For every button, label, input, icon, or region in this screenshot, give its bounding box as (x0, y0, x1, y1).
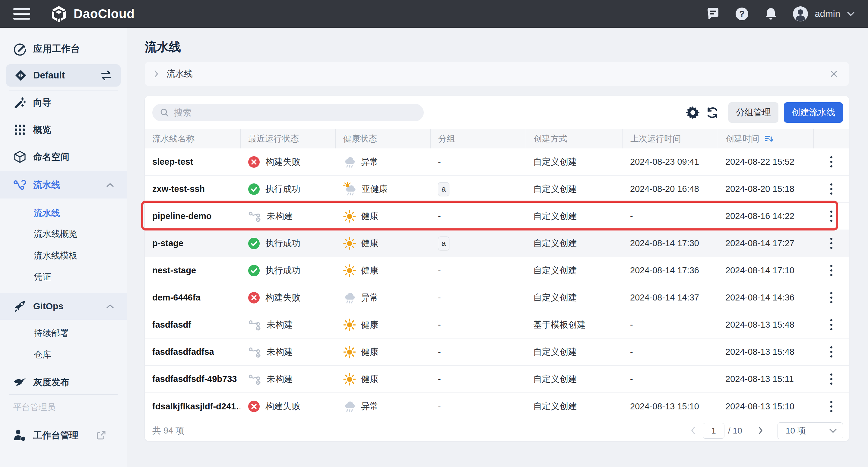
sidebar-workspace-header: 应用工作台 (0, 37, 127, 60)
pipeline-name[interactable]: fdsalkjflkasjldf-d241… (145, 393, 240, 420)
pipeline-icon (13, 179, 27, 191)
sidebar-item-continuous-deploy[interactable]: 持续部署 (0, 324, 127, 342)
pipeline-name[interactable]: sleep-test (145, 149, 240, 175)
run-status-label: 构建失败 (266, 400, 300, 412)
run-status-icon (248, 183, 260, 195)
sidebar-item-pipeline-templates[interactable]: 流水线模板 (0, 247, 127, 265)
row-actions-kebab-icon[interactable] (825, 208, 838, 225)
run-status-cell: 构建失败 (240, 284, 335, 311)
pipeline-name[interactable]: dem-6446fa (145, 284, 240, 311)
refresh-icon[interactable] (705, 105, 720, 120)
col-header-name[interactable]: 流水线名称 (145, 129, 240, 149)
sidebar-item-overview[interactable]: 概览 (0, 119, 127, 140)
row-actions-cell (813, 257, 849, 284)
group-cell: - (430, 149, 526, 175)
table-settings-gear-icon[interactable] (685, 105, 700, 120)
chevron-up-icon[interactable] (106, 183, 114, 187)
sidebar-item-workbench-management[interactable]: 工作台管理 (0, 425, 127, 446)
table-row[interactable]: fdsalkjflkasjldf-d241… 构建失败 异常 - 自定义创建 2… (145, 393, 849, 420)
page-size-select[interactable]: 10 项 (777, 422, 843, 439)
sidebar-item-namespace[interactable]: 命名空间 (0, 146, 127, 167)
sort-descending-icon[interactable] (764, 134, 773, 143)
notifications-bell-icon[interactable] (764, 7, 778, 21)
col-header-group[interactable]: 分组 (430, 129, 526, 149)
grid-dots-icon (13, 123, 27, 136)
close-icon[interactable] (828, 68, 840, 80)
sidebar-item-default-workspace[interactable]: Default (6, 64, 121, 87)
row-actions-kebab-icon[interactable] (825, 262, 838, 279)
pipeline-name[interactable]: zxw-test-ssh (145, 176, 240, 203)
row-actions-kebab-icon[interactable] (825, 316, 838, 333)
table-row[interactable]: dem-6446fa 构建失败 异常 - 自定义创建 2024-08-14 14… (145, 284, 849, 311)
create-method-cell: 自定义创建 (526, 230, 622, 257)
health-status-icon (343, 373, 356, 386)
table-row[interactable]: zxw-test-ssh 执行成功 亚健康 a 自定义创建 2024-08-20… (145, 176, 849, 203)
pipeline-name[interactable]: pipeline-demo (145, 203, 240, 229)
create-method-cell: 自定义创建 (526, 284, 622, 311)
sidebar-item-pipeline-overview[interactable]: 流水线概览 (0, 225, 127, 243)
sidebar-item-label: 向导 (33, 97, 51, 109)
row-actions-kebab-icon[interactable] (825, 370, 838, 388)
pipeline-name[interactable]: p-stage (145, 230, 240, 257)
workspace-header-label: 应用工作台 (33, 42, 80, 55)
page-title: 流水线 (145, 39, 181, 55)
sidebar-item-gray-release[interactable]: 灰度发布 (0, 372, 127, 393)
row-actions-kebab-icon[interactable] (825, 289, 838, 306)
col-header-health[interactable]: 健康状态 (335, 129, 430, 149)
row-actions-kebab-icon[interactable] (825, 180, 838, 197)
create-pipeline-button[interactable]: 创建流水线 (784, 102, 843, 123)
table-row[interactable]: nest-stage 执行成功 健康 - 自定义创建 2024-08-14 17… (145, 257, 849, 284)
cube-icon (13, 150, 27, 163)
created-time-cell: 2024-08-13 15:48 (718, 339, 813, 365)
sidebar-item-credentials[interactable]: 凭证 (0, 268, 127, 286)
brand-name: DaoCloud (73, 7, 134, 21)
sidebar-item-wizard[interactable]: 向导 (0, 92, 127, 113)
pipeline-name[interactable]: fasdfasdfsdf-49b733 (145, 366, 240, 393)
sidebar-group-gitops[interactable]: GitOps (0, 292, 127, 320)
col-header-create-method[interactable]: 创建方式 (526, 129, 622, 149)
sidebar-group-label: 流水线 (33, 179, 60, 191)
row-actions-kebab-icon[interactable] (825, 398, 838, 415)
group-manage-button[interactable]: 分组管理 (728, 102, 778, 123)
prev-page-icon[interactable] (689, 425, 697, 436)
pipeline-name[interactable]: nest-stage (145, 257, 240, 284)
health-status-icon (343, 318, 356, 332)
col-header-created[interactable]: 创建时间 (718, 129, 813, 149)
feedback-icon[interactable] (706, 7, 720, 21)
col-header-last-run[interactable]: 上次运行时间 (622, 129, 718, 149)
table-row[interactable]: sleep-test 构建失败 异常 - 自定义创建 2024-08-23 09… (145, 149, 849, 176)
create-method-cell: 基于模板创建 (526, 311, 622, 338)
table-row[interactable]: fasdfasdfsdf-49b733 未构建 健康 - 自定义创建 - 202… (145, 366, 849, 393)
help-icon[interactable]: ? (735, 7, 749, 21)
switch-workspace-icon[interactable] (99, 70, 113, 81)
row-actions-kebab-icon[interactable] (825, 153, 838, 170)
col-header-run-status[interactable]: 最近运行状态 (240, 129, 335, 149)
row-actions-kebab-icon[interactable] (825, 235, 838, 252)
wizard-wand-icon (13, 96, 27, 109)
chevron-right-icon[interactable] (154, 70, 159, 78)
table-row[interactable]: fasdfasdf 未构建 健康 - 基于模板创建 - 2024-08-13 1… (145, 311, 849, 339)
pipeline-table-card: 分组管理 创建流水线 流水线名称 最近运行状态 健康状态 分组 创建方式 上次运… (145, 96, 849, 441)
health-status-icon (343, 264, 356, 277)
sidebar-item-pipelines[interactable]: 流水线 (0, 204, 127, 222)
sidebar-group-pipeline[interactable]: 流水线 (0, 172, 127, 198)
table-row[interactable]: p-stage 执行成功 健康 a 自定义创建 2024-08-14 17:30… (145, 230, 849, 257)
table-row[interactable]: fasdfasdfadfsa 未构建 健康 - 自定义创建 - 2024-08-… (145, 339, 849, 366)
row-actions-kebab-icon[interactable] (825, 343, 838, 361)
menu-toggle-icon[interactable] (13, 8, 30, 20)
search-input[interactable] (174, 108, 416, 118)
search-box[interactable] (152, 104, 424, 121)
pipeline-name[interactable]: fasdfasdfadfsa (145, 339, 240, 365)
created-time-cell: 2024-08-22 15:52 (718, 149, 813, 175)
page-number-input[interactable] (703, 423, 724, 439)
last-run-time-cell: 2024-08-13 15:10 (622, 393, 718, 420)
table-row[interactable]: pipeline-demo 未构建 健康 - 自定义创建 - 2024-08-1… (145, 203, 849, 230)
sidebar-item-repository[interactable]: 仓库 (0, 346, 127, 364)
run-status-cell: 未构建 (240, 366, 335, 393)
pipeline-name[interactable]: fasdfasdf (145, 311, 240, 338)
filter-bar[interactable]: 流水线 (145, 62, 849, 86)
user-menu[interactable]: admin (793, 6, 855, 22)
create-method-cell: 自定义创建 (526, 257, 622, 284)
next-page-icon[interactable] (757, 425, 764, 436)
chevron-up-icon[interactable] (106, 304, 114, 309)
